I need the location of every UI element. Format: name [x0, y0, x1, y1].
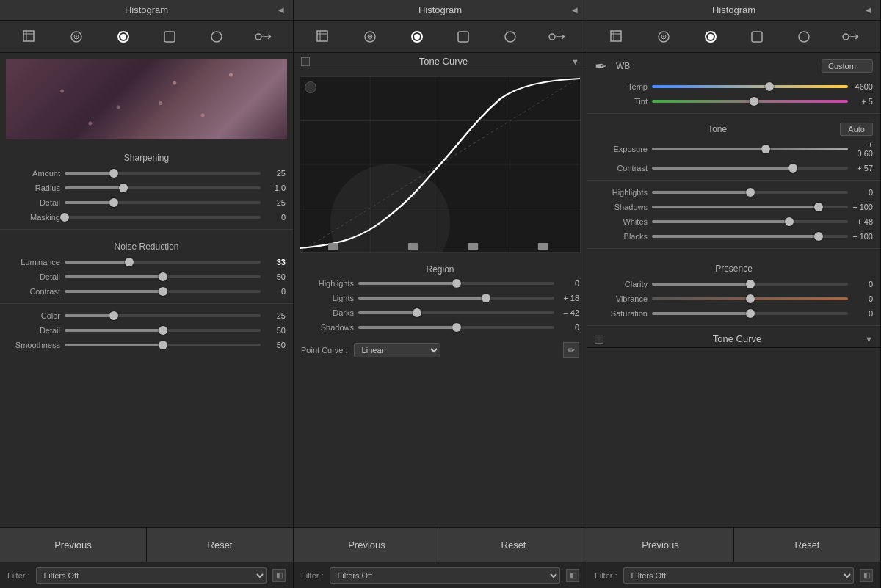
- right-tool-heal[interactable]: [653, 26, 674, 47]
- right-tool-develop[interactable]: [700, 26, 721, 47]
- lights-track[interactable]: [358, 297, 554, 300]
- tone-title: Tone: [595, 124, 840, 134]
- tool-develop[interactable]: [113, 26, 134, 47]
- middle-tool-develop[interactable]: [407, 26, 427, 47]
- tone-curve-bottom-checkbox[interactable]: [595, 335, 603, 344]
- left-prev-button[interactable]: Previous: [0, 528, 147, 562]
- left-filter-end-btn[interactable]: ◧: [272, 569, 286, 582]
- middle-reset-button[interactable]: Reset: [440, 528, 587, 562]
- right-tool-redeye[interactable]: [794, 26, 814, 47]
- whites-label: Whites: [595, 217, 648, 226]
- shadows-region-label: Shadows: [301, 323, 354, 332]
- temp-track[interactable]: [652, 85, 848, 88]
- lights-value: + 18: [559, 294, 579, 302]
- masking-label: Masking: [7, 213, 60, 222]
- svg-point-19: [369, 35, 371, 37]
- tint-value: + 5: [852, 97, 873, 106]
- radius-track[interactable]: [65, 186, 261, 189]
- smoothness-track[interactable]: [65, 344, 261, 346]
- color-track[interactable]: [65, 314, 261, 317]
- wb-select[interactable]: Custom As Shot Auto Daylight Cloudy: [822, 59, 873, 73]
- vibrance-track[interactable]: [652, 297, 848, 300]
- contrast-noise-value: 0: [265, 287, 286, 296]
- right-tool-crop[interactable]: [606, 26, 627, 47]
- darks-label: Darks: [301, 308, 354, 317]
- left-filter-select[interactable]: Filters Off: [36, 567, 267, 584]
- darks-value: – 42: [559, 308, 579, 317]
- shadows-region-value: 0: [559, 323, 579, 332]
- middle-tool-crop[interactable]: [313, 26, 333, 47]
- luminance-track[interactable]: [65, 261, 261, 264]
- middle-tool-gradient[interactable]: [547, 26, 568, 47]
- right-filter-end-btn[interactable]: ◧: [860, 569, 873, 582]
- tool-gradient[interactable]: [253, 26, 274, 47]
- exposure-track[interactable]: [652, 148, 848, 150]
- highlights-track[interactable]: [652, 191, 848, 194]
- detail-color-track[interactable]: [65, 329, 261, 332]
- contrast-track[interactable]: [652, 167, 848, 170]
- right-tool-gradient[interactable]: [841, 26, 861, 47]
- middle-scroll-area[interactable]: Tone Curve ▼: [294, 53, 587, 527]
- right-tool-spot[interactable]: [747, 26, 767, 47]
- curve-edit-btn[interactable]: ✏: [563, 342, 579, 358]
- tool-crop[interactable]: [19, 26, 40, 47]
- whites-track[interactable]: [652, 220, 848, 223]
- middle-panel-inner: Tone Curve ▼: [294, 53, 587, 527]
- middle-tool-redeye[interactable]: [500, 26, 521, 47]
- slider-row-whites: Whites + 48: [587, 214, 880, 229]
- left-toolbar: [0, 21, 293, 53]
- darks-track[interactable]: [358, 311, 554, 314]
- point-curve-select[interactable]: Linear Medium Contrast Strong Contrast: [354, 343, 440, 357]
- tone-curve-bottom-dropdown[interactable]: ▼: [865, 335, 873, 344]
- shadows-region-track[interactable]: [358, 326, 554, 329]
- radius-label: Radius: [7, 184, 60, 192]
- svg-point-7: [120, 34, 126, 40]
- right-filter-select[interactable]: Filters Off: [623, 567, 854, 584]
- slider-row-lights: Lights + 18: [294, 291, 587, 305]
- right-prev-button[interactable]: Previous: [587, 528, 734, 562]
- tone-curve-dropdown[interactable]: ▼: [571, 57, 579, 66]
- auto-button[interactable]: Auto: [840, 123, 873, 136]
- contrast-label: Contrast: [595, 164, 648, 173]
- tint-track[interactable]: [652, 100, 848, 103]
- middle-prev-button[interactable]: Previous: [294, 528, 440, 562]
- contrast-noise-track[interactable]: [65, 290, 261, 293]
- middle-tool-spot[interactable]: [453, 26, 474, 47]
- left-panel-header: Histogram ◄: [0, 0, 293, 21]
- shadows-track[interactable]: [652, 206, 848, 208]
- tool-redeye[interactable]: [206, 26, 227, 47]
- eyedropper-icon[interactable]: ✒: [595, 57, 607, 75]
- wb-select-wrap: Custom As Shot Auto Daylight Cloudy: [822, 59, 873, 73]
- left-reset-button[interactable]: Reset: [147, 528, 293, 562]
- left-panel-inner: Sharpening Amount 25 Radius 1,0 Detail: [0, 53, 293, 527]
- svg-rect-37: [408, 243, 418, 250]
- right-histogram-arrow[interactable]: ◄: [863, 4, 873, 15]
- point-curve-label: Point Curve :: [301, 346, 348, 355]
- tool-heal[interactable]: [66, 26, 87, 47]
- svg-rect-39: [538, 243, 548, 250]
- detail-noise-track[interactable]: [65, 275, 261, 278]
- amount-track[interactable]: [65, 172, 261, 175]
- middle-filter-select[interactable]: Filters Off: [330, 567, 560, 584]
- highlights-region-track[interactable]: [358, 282, 554, 285]
- left-histogram-arrow[interactable]: ◄: [276, 4, 286, 15]
- blacks-value: + 100: [852, 232, 873, 241]
- svg-rect-48: [752, 32, 762, 42]
- tool-spot[interactable]: [159, 26, 180, 47]
- masking-track[interactable]: [65, 216, 261, 219]
- middle-histogram-arrow[interactable]: ◄: [570, 4, 579, 15]
- saturation-track[interactable]: [652, 312, 848, 315]
- tone-curve-checkbox[interactable]: [301, 57, 310, 66]
- curve-option-icon[interactable]: [305, 81, 316, 93]
- right-filter-bar: Filter : Filters Off ◧: [587, 562, 880, 588]
- middle-tool-heal[interactable]: [360, 26, 380, 47]
- clarity-track[interactable]: [652, 283, 848, 286]
- blacks-track[interactable]: [652, 235, 848, 238]
- right-scroll-area[interactable]: ✒ WB : Custom As Shot Auto Daylight Clou…: [587, 53, 880, 527]
- svg-point-23: [505, 32, 515, 42]
- detail-sharp-track[interactable]: [65, 201, 261, 204]
- right-reset-button[interactable]: Reset: [734, 528, 880, 562]
- highlights-label: Highlights: [595, 188, 648, 197]
- middle-filter-end-btn[interactable]: ◧: [566, 569, 579, 582]
- left-scroll-area[interactable]: Sharpening Amount 25 Radius 1,0 Detail: [0, 53, 293, 527]
